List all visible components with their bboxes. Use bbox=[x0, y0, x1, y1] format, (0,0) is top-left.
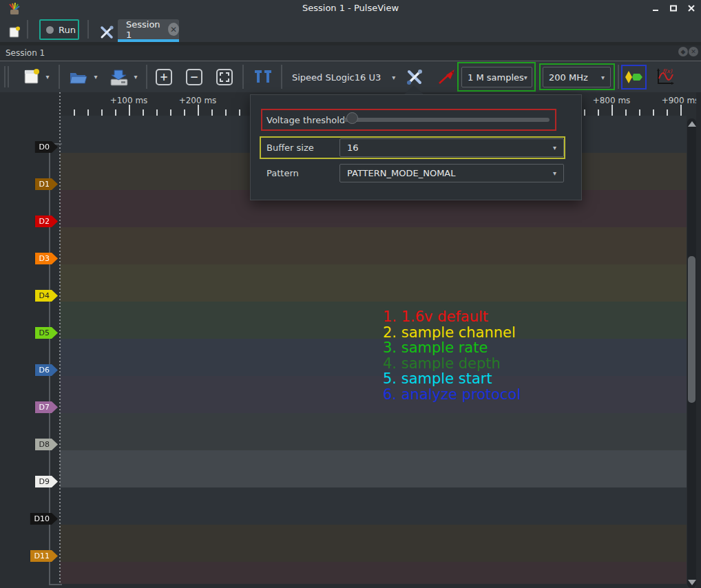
run-button-label: Run bbox=[59, 25, 76, 35]
buffer-size-dropdown-icon: ▾ bbox=[553, 144, 556, 151]
trigger-button[interactable] bbox=[252, 61, 274, 92]
annotation-line-1: 1. 1.6v default bbox=[383, 308, 488, 325]
trace-row-D3 bbox=[60, 227, 687, 264]
trace-row-D9 bbox=[60, 450, 687, 487]
ruler-minor-tick bbox=[143, 109, 144, 116]
separator bbox=[618, 65, 619, 89]
pulseview-window: Session 1 - PulseView Run bbox=[0, 0, 701, 588]
device-settings-popup: Voltage threshold Buffer size 16 ▾ Patte… bbox=[250, 94, 582, 200]
buffer-size-label: Buffer size bbox=[266, 143, 314, 153]
ruler-minor-tick bbox=[639, 109, 640, 116]
ruler-tick-label: +100 ms bbox=[101, 96, 156, 105]
device-dropdown-icon: ▾ bbox=[392, 74, 395, 81]
annotation-line-6: 6. analyze protocol bbox=[383, 386, 521, 403]
label-area-separator bbox=[59, 92, 61, 584]
separator bbox=[281, 65, 282, 89]
scroll-up-icon[interactable] bbox=[688, 121, 696, 127]
save-dropdown-icon[interactable]: ▾ bbox=[131, 61, 140, 92]
trace-row-D7 bbox=[60, 376, 687, 413]
pattern-dropdown-icon: ▾ bbox=[553, 169, 556, 177]
run-button[interactable]: Run bbox=[39, 19, 79, 40]
toolbar-grip[interactable] bbox=[8, 66, 9, 87]
buffer-size-value: 16 bbox=[347, 143, 359, 153]
zoom-fit-button[interactable] bbox=[216, 61, 233, 92]
tab-close-icon[interactable]: ✕ bbox=[168, 23, 179, 36]
window-title: Session 1 - PulseView bbox=[0, 3, 701, 13]
add-decoder-button[interactable] bbox=[623, 61, 645, 92]
trace-row-D4 bbox=[60, 264, 687, 302]
dock-header: Session 1 bbox=[0, 45, 701, 61]
sample-rate-value: 200 MHz bbox=[549, 72, 588, 83]
main-toolbar: ▾ ▾ ▾ + − bbox=[0, 61, 701, 92]
ruler-major-tick bbox=[611, 105, 613, 116]
voltage-threshold-slider-handle[interactable] bbox=[346, 112, 358, 124]
ruler-minor-tick bbox=[101, 109, 103, 116]
scrollbar-thumb[interactable] bbox=[688, 256, 695, 403]
math-signal-button[interactable]: f(x) bbox=[653, 61, 676, 92]
device-selector[interactable]: Sipeed SLogic16 U3 ▾ bbox=[292, 67, 395, 87]
maximize-button[interactable] bbox=[668, 3, 679, 14]
titlebar: Session 1 - PulseView bbox=[0, 0, 701, 17]
save-button[interactable] bbox=[107, 61, 131, 92]
sample-count-combo[interactable]: 1 M samples ▾ bbox=[461, 67, 532, 87]
separator bbox=[242, 65, 244, 89]
pattern-value: PATTERN_MODE_NOMAL bbox=[347, 168, 456, 178]
ruler-minor-tick bbox=[74, 109, 75, 116]
sample-count-dropdown-icon: ▾ bbox=[524, 74, 527, 81]
trace-row-D8 bbox=[60, 413, 687, 450]
trace-row-D10 bbox=[60, 487, 687, 525]
ruler-minor-tick bbox=[184, 109, 185, 116]
ruler-minor-tick bbox=[87, 109, 89, 116]
ruler-minor-tick bbox=[156, 109, 158, 116]
toolbar-grip[interactable] bbox=[4, 66, 6, 87]
popup-arrow bbox=[404, 85, 423, 94]
ruler-minor-tick bbox=[598, 109, 599, 116]
ruler-major-tick bbox=[129, 105, 130, 116]
device-name: Sipeed SLogic16 U3 bbox=[292, 72, 381, 83]
annotation-line-4: 4. sample depth bbox=[383, 355, 501, 372]
sample-rate-combo[interactable]: 200 MHz ▾ bbox=[543, 67, 611, 87]
dock-title: Session 1 bbox=[6, 48, 45, 58]
minimize-button[interactable] bbox=[650, 3, 661, 14]
pattern-combo[interactable]: PATTERN_MODE_NOMAL ▾ bbox=[339, 164, 564, 182]
separator bbox=[59, 65, 60, 89]
new-file-button[interactable] bbox=[22, 61, 41, 92]
sample-count-value: 1 M samples bbox=[468, 72, 524, 83]
separator bbox=[146, 65, 147, 89]
dock-float-button[interactable]: ◆ bbox=[678, 47, 688, 56]
ruler-minor-tick bbox=[211, 109, 213, 116]
ruler-minor-tick bbox=[239, 109, 240, 116]
annotation-line-3: 3. sample rate bbox=[383, 339, 488, 356]
zoom-out-button[interactable]: − bbox=[185, 61, 203, 92]
ruler-minor-tick bbox=[170, 109, 171, 116]
annotation-line-5: 5. sample start bbox=[383, 370, 492, 387]
view-right-margin bbox=[696, 92, 701, 588]
zoom-in-button[interactable]: + bbox=[155, 61, 173, 92]
ruler-minor-tick bbox=[225, 109, 227, 116]
svg-text:f(x): f(x) bbox=[662, 68, 673, 74]
trace-row-overflow bbox=[60, 562, 687, 584]
close-button[interactable] bbox=[686, 3, 697, 14]
channel-group-bracket-bottom bbox=[49, 584, 62, 585]
trace-row-D5 bbox=[60, 302, 687, 339]
open-file-button[interactable] bbox=[67, 61, 90, 92]
run-state-icon bbox=[46, 26, 54, 34]
voltage-threshold-label: Voltage threshold bbox=[266, 115, 345, 125]
channels-probe-button[interactable] bbox=[435, 61, 457, 92]
ruler-major-tick bbox=[198, 105, 199, 116]
ruler-major-tick bbox=[680, 105, 682, 116]
voltage-threshold-slider[interactable] bbox=[344, 118, 550, 122]
ruler-tick-label: +800 ms bbox=[584, 96, 639, 105]
view-bottom-strip bbox=[60, 584, 687, 588]
separator bbox=[27, 20, 28, 39]
open-file-dropdown-icon[interactable]: ▾ bbox=[91, 61, 101, 92]
new-file-dropdown-icon[interactable]: ▾ bbox=[43, 61, 52, 92]
pattern-label: Pattern bbox=[266, 168, 299, 178]
buffer-size-combo[interactable]: 16 ▾ bbox=[339, 138, 564, 157]
ruler-minor-tick bbox=[625, 109, 627, 116]
trace-row-D11 bbox=[60, 525, 687, 562]
dock-close-button[interactable]: ✕ bbox=[689, 47, 698, 56]
trace-row-D6 bbox=[60, 339, 687, 376]
scroll-down-icon[interactable] bbox=[688, 580, 696, 585]
tab-session-1[interactable]: Session 1 ✕ bbox=[118, 19, 179, 39]
